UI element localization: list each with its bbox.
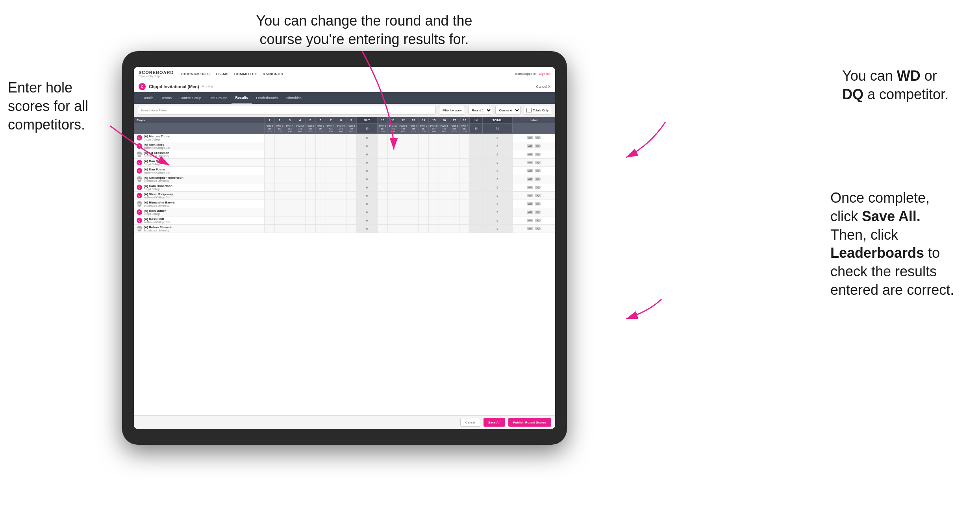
dq-button[interactable]: DQ [535, 144, 541, 148]
score-input-10[interactable] [379, 211, 387, 214]
score-input-18[interactable] [461, 194, 469, 197]
score-cell-16[interactable] [439, 175, 449, 183]
score-cell-10[interactable] [378, 159, 388, 167]
score-input-9[interactable] [347, 145, 355, 148]
score-input-13[interactable] [409, 170, 417, 172]
score-cell-14[interactable] [419, 192, 429, 200]
score-input-16[interactable] [440, 227, 448, 230]
score-cell-9[interactable] [346, 208, 356, 216]
dq-button[interactable]: DQ [535, 136, 541, 139]
score-cell-12[interactable] [398, 216, 408, 225]
score-input-12[interactable] [399, 161, 407, 164]
score-cell-12[interactable] [398, 175, 408, 183]
dq-button[interactable]: DQ [535, 202, 541, 205]
score-cell-11[interactable] [388, 225, 398, 233]
score-input-8[interactable] [337, 203, 345, 205]
score-cell-4[interactable] [295, 216, 305, 225]
score-input-15[interactable] [430, 170, 438, 172]
score-input-13[interactable] [409, 145, 417, 148]
score-cell-2[interactable] [274, 200, 285, 208]
score-input-6[interactable] [317, 227, 324, 230]
dq-button[interactable]: DQ [535, 169, 541, 172]
score-input-3[interactable] [286, 194, 294, 197]
score-cell-17[interactable] [449, 142, 459, 150]
score-cell-9[interactable] [346, 225, 356, 233]
score-cell-1[interactable] [264, 167, 274, 175]
score-input-3[interactable] [286, 186, 294, 189]
score-input-8[interactable] [337, 170, 345, 172]
score-cell-16[interactable] [439, 225, 449, 233]
score-cell-13[interactable] [408, 208, 419, 216]
score-input-16[interactable] [440, 186, 448, 189]
score-cell-16[interactable] [439, 167, 449, 175]
score-cell-2[interactable] [274, 150, 285, 159]
score-cell-13[interactable] [408, 134, 419, 142]
score-input-1[interactable] [265, 170, 273, 172]
score-input-7[interactable] [327, 186, 335, 189]
score-cell-9[interactable] [346, 192, 356, 200]
score-input-16[interactable] [440, 178, 448, 181]
score-input-3[interactable] [286, 153, 294, 156]
score-cell-10[interactable] [378, 192, 388, 200]
score-cell-17[interactable] [449, 216, 459, 225]
score-cell-3[interactable] [285, 183, 295, 192]
score-input-4[interactable] [296, 145, 304, 148]
score-input-8[interactable] [337, 145, 345, 148]
score-input-5[interactable] [306, 137, 314, 139]
score-cell-4[interactable] [295, 167, 305, 175]
cancel-button-top[interactable]: Cancel X [536, 85, 550, 89]
score-input-2[interactable] [276, 194, 283, 197]
score-cell-12[interactable] [398, 159, 408, 167]
score-input-15[interactable] [430, 219, 438, 222]
score-input-14[interactable] [420, 161, 428, 164]
score-cell-17[interactable] [449, 183, 459, 192]
score-cell-14[interactable] [419, 208, 429, 216]
score-cell-2[interactable] [274, 225, 285, 233]
score-cell-12[interactable] [398, 150, 408, 159]
score-cell-4[interactable] [295, 175, 305, 183]
score-cell-16[interactable] [439, 134, 449, 142]
score-cell-14[interactable] [419, 200, 429, 208]
score-input-1[interactable] [265, 178, 273, 181]
nav-link-tournaments[interactable]: TOURNAMENTS [180, 72, 209, 76]
score-input-9[interactable] [347, 170, 355, 172]
score-input-1[interactable] [265, 145, 273, 148]
score-cell-13[interactable] [408, 150, 419, 159]
score-input-13[interactable] [409, 203, 417, 205]
score-cell-18[interactable] [459, 225, 470, 233]
score-input-8[interactable] [337, 161, 345, 164]
score-input-9[interactable] [347, 153, 355, 156]
score-cell-18[interactable] [459, 183, 470, 192]
score-cell-10[interactable] [378, 208, 388, 216]
score-cell-11[interactable] [388, 192, 398, 200]
score-cell-17[interactable] [449, 225, 459, 233]
score-cell-12[interactable] [398, 208, 408, 216]
tab-leaderboards[interactable]: Leaderboards [252, 93, 282, 103]
score-input-16[interactable] [440, 203, 448, 205]
score-cell-17[interactable] [449, 159, 459, 167]
totals-only-toggle[interactable]: Totals Only [524, 106, 551, 115]
score-cell-6[interactable] [315, 175, 326, 183]
score-cell-6[interactable] [315, 208, 326, 216]
score-cell-3[interactable] [285, 208, 295, 216]
score-input-6[interactable] [317, 137, 324, 139]
score-cell-8[interactable] [336, 225, 346, 233]
score-input-6[interactable] [317, 145, 324, 148]
score-input-11[interactable] [389, 211, 397, 214]
score-input-12[interactable] [399, 219, 407, 222]
score-input-6[interactable] [317, 161, 324, 164]
score-cell-16[interactable] [439, 216, 449, 225]
score-input-17[interactable] [450, 137, 458, 139]
score-input-4[interactable] [296, 211, 304, 214]
score-input-2[interactable] [276, 161, 283, 164]
score-input-11[interactable] [389, 227, 397, 230]
score-cell-7[interactable] [326, 150, 336, 159]
score-cell-7[interactable] [326, 216, 336, 225]
score-input-2[interactable] [276, 219, 283, 222]
score-input-17[interactable] [450, 178, 458, 181]
score-input-8[interactable] [337, 219, 345, 222]
score-cell-16[interactable] [439, 142, 449, 150]
score-cell-15[interactable] [429, 159, 439, 167]
score-cell-18[interactable] [459, 175, 470, 183]
score-input-9[interactable] [347, 219, 355, 222]
